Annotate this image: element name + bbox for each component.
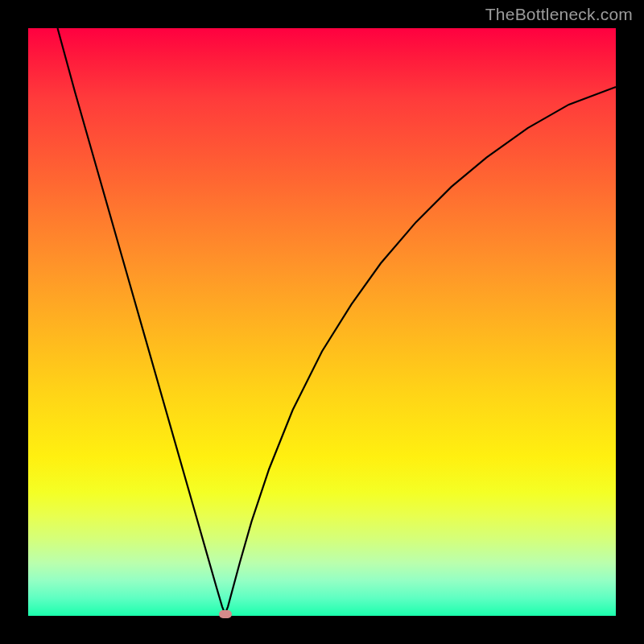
curve-path xyxy=(58,28,617,614)
watermark-text: TheBottleneck.com xyxy=(485,5,633,24)
chart-frame: TheBottleneck.com xyxy=(0,0,644,644)
bottleneck-curve xyxy=(28,28,616,616)
optimal-point-marker xyxy=(219,610,232,618)
